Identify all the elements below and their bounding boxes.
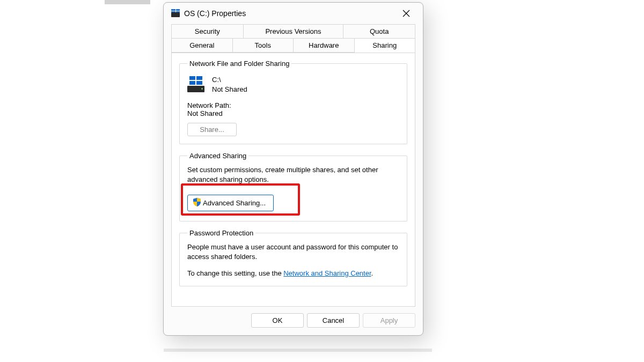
password-protection-change: To change this setting, use the Network …	[187, 269, 399, 278]
advanced-sharing-button-label: Advanced Sharing...	[203, 199, 266, 207]
period: .	[371, 269, 374, 277]
apply-button[interactable]: Apply	[363, 313, 415, 328]
titlebar: OS (C:) Properties	[164, 3, 423, 24]
group-legend-network-sharing: Network File and Folder Sharing	[187, 60, 291, 68]
advanced-sharing-button[interactable]: Advanced Sharing...	[187, 195, 274, 211]
advanced-sharing-desc: Set custom permissions, create multiple …	[187, 165, 399, 184]
network-path-value: Not Shared	[187, 109, 399, 117]
drive-icon	[171, 9, 180, 18]
group-password-protection: Password Protection People must have a u…	[179, 229, 407, 286]
share-info: C:\ Not Shared	[212, 75, 247, 94]
share-status-label: Not Shared	[212, 85, 247, 94]
ok-button[interactable]: OK	[251, 313, 304, 328]
tab-panel-sharing: Network File and Folder Sharing C:\ Not …	[171, 53, 415, 307]
tab-hardware[interactable]: Hardware	[294, 39, 355, 53]
tab-tools[interactable]: Tools	[233, 39, 294, 53]
tab-sharing[interactable]: Sharing	[355, 39, 415, 53]
properties-dialog: OS (C:) Properties Security Previous Ver…	[163, 2, 423, 336]
password-protection-desc: People must have a user account and pass…	[187, 242, 399, 261]
tabs-row-lower: General Tools Hardware Sharing	[171, 38, 415, 53]
drive-path-label: C:\	[212, 75, 247, 85]
cancel-button[interactable]: Cancel	[307, 313, 360, 328]
change-setting-prefix: To change this setting, use the	[187, 269, 283, 277]
tabs-row-upper: Security Previous Versions Quota	[171, 24, 415, 38]
close-icon	[402, 10, 410, 17]
network-sharing-center-link[interactable]: Network and Sharing Center	[283, 269, 371, 277]
network-path-label: Network Path:	[187, 101, 399, 109]
tab-quota[interactable]: Quota	[343, 25, 415, 38]
tab-general[interactable]: General	[172, 39, 233, 53]
group-network-sharing: Network File and Folder Sharing C:\ Not …	[179, 60, 407, 144]
group-advanced-sharing: Advanced Sharing Set custom permissions,…	[179, 152, 407, 221]
close-button[interactable]	[394, 5, 419, 22]
group-legend-advanced-sharing: Advanced Sharing	[187, 152, 248, 160]
share-button[interactable]: Share...	[187, 123, 237, 136]
tab-security[interactable]: Security	[172, 25, 244, 38]
dialog-footer: OK Cancel Apply	[164, 307, 423, 335]
group-legend-password-protection: Password Protection	[187, 229, 255, 237]
tab-previous-versions[interactable]: Previous Versions	[244, 25, 344, 38]
drive-windows-icon	[187, 76, 204, 93]
window-title: OS (C:) Properties	[184, 9, 246, 18]
shield-icon	[192, 197, 202, 209]
